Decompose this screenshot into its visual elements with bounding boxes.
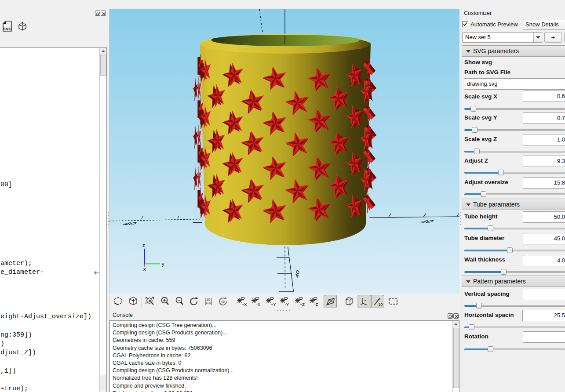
svg-text:-Z: -Z — [314, 302, 318, 307]
svg-text:+Y: +Y — [271, 302, 276, 307]
svg-text:10: 10 — [206, 298, 210, 301]
svg-text:SVG: SVG — [3, 26, 12, 31]
svg-text:x: x — [143, 266, 146, 272]
svg-text:+X: +X — [242, 302, 247, 307]
svg-text:45: 45 — [221, 300, 225, 304]
svg-text:z: z — [142, 243, 145, 248]
svg-text:-Y: -Y — [285, 302, 289, 307]
svg-text:y: y — [162, 261, 164, 267]
svg-text:10: 10 — [378, 302, 383, 307]
svg-text:+Z: +Z — [300, 302, 305, 307]
svg-text:-X: -X — [256, 302, 260, 307]
